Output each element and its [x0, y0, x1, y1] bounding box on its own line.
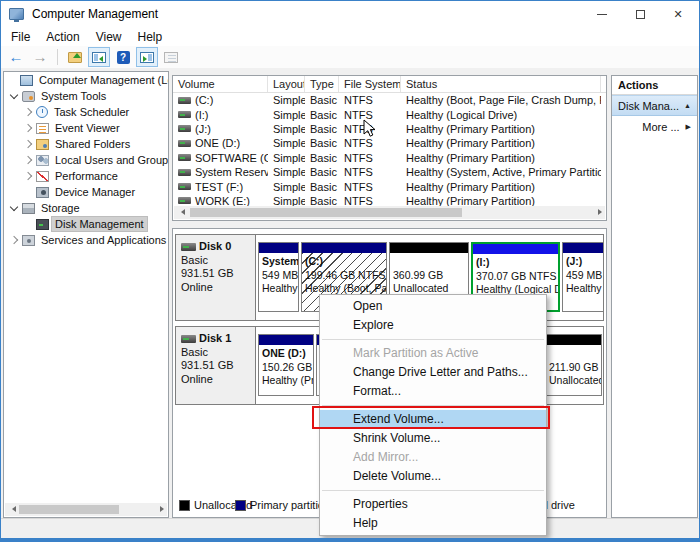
action-label: More ... — [642, 121, 679, 133]
tree-item-label: Event Viewer — [52, 121, 123, 135]
partition-unallocated[interactable]: 211.90 GBUnallocated — [545, 334, 602, 396]
chevron-collapsed-icon[interactable] — [23, 123, 33, 133]
volume-name-cell: TEST (F:) — [173, 181, 268, 193]
partition-j[interactable]: (J:)459 MBHealthy (Primary Partition) — [562, 242, 603, 312]
chevron-collapsed-icon[interactable] — [9, 235, 19, 245]
tree-item-disk-management[interactable]: Disk Management — [4, 216, 168, 232]
menu-item-properties[interactable]: Properties — [320, 495, 546, 514]
tree-item-storage[interactable]: Storage — [4, 200, 168, 216]
toolbar — [1, 46, 699, 68]
menu-item-shrink-volume[interactable]: Shrink Volume... — [320, 429, 546, 448]
scroll-thumb[interactable] — [190, 208, 462, 217]
volume-row-one-d[interactable]: ONE (D:)SimpleBasicNTFSHealthy (Primary … — [173, 136, 606, 150]
volume-file-system-cell: NTFS — [339, 181, 401, 193]
volume-row-j[interactable]: (J:)SimpleBasicNTFSHealthy (Primary Part… — [173, 122, 606, 136]
chevron-expanded-icon[interactable] — [9, 91, 19, 101]
column-header-type[interactable]: Type — [305, 76, 339, 92]
tree-item-event-viewer[interactable]: Event Viewer — [4, 120, 168, 136]
chevron-expanded-icon[interactable] — [9, 203, 19, 213]
volume-icon — [178, 183, 191, 190]
action-more[interactable]: More ...▶ — [612, 116, 697, 137]
storage-icon — [22, 203, 35, 214]
forward-icon — [33, 48, 48, 66]
tree-item-computer-management-local[interactable]: Computer Management (Local) — [4, 72, 168, 88]
volume-label: SOFTWARE (G:) — [195, 152, 268, 164]
column-header-status[interactable]: Status — [401, 76, 601, 92]
menu-item-open[interactable]: Open — [320, 297, 546, 316]
volume-label: (C:) — [195, 94, 213, 106]
console-tree-panel: Computer Management (Local)System ToolsT… — [3, 71, 169, 518]
chevron-collapsed-icon[interactable] — [23, 155, 33, 165]
volume-row-system-reserved[interactable]: System ReservedSimpleBasicNTFSHealthy (S… — [173, 165, 606, 179]
column-header-volume[interactable]: Volume — [173, 76, 268, 92]
volume-icon — [178, 97, 191, 104]
partition-color-bar — [473, 244, 558, 254]
scroll-left-arrow[interactable] — [174, 206, 187, 219]
volume-status-cell: Healthy (System, Active, Primary Partiti… — [401, 166, 601, 178]
task-scheduler-icon — [36, 106, 48, 118]
disk-title: Disk 1 — [181, 332, 255, 346]
partition-label: ONE (D:)150.26 GBHealthy (Primary Partit… — [259, 345, 313, 395]
tree-item-services-and-applications[interactable]: Services and Applications — [4, 232, 168, 248]
back-button[interactable] — [5, 47, 27, 67]
scroll-thumb[interactable] — [19, 505, 119, 514]
menu-help[interactable]: Help — [130, 28, 171, 46]
menu-item-help[interactable]: Help — [320, 514, 546, 533]
maximize-button[interactable] — [621, 1, 659, 27]
partition-title: (J:) — [566, 255, 601, 269]
menu-item-delete-volume[interactable]: Delete Volume... — [320, 467, 546, 486]
menu-item-explore[interactable]: Explore — [320, 316, 546, 335]
tree-horizontal-scrollbar[interactable] — [5, 503, 167, 516]
disk-type: Basic — [181, 346, 255, 360]
partition-one-d[interactable]: ONE (D:)150.26 GBHealthy (Primary Partit… — [258, 334, 314, 396]
menu-item-format[interactable]: Format... — [320, 382, 546, 401]
partition-title — [393, 255, 466, 269]
volume-horizontal-scrollbar[interactable] — [174, 206, 605, 219]
arrow-right-icon: ▶ — [686, 123, 691, 131]
menu-item-change-drive-letter-and-paths[interactable]: Change Drive Letter and Paths... — [320, 363, 546, 382]
close-button[interactable]: ✕ — [659, 1, 697, 27]
toolbar-separator — [57, 49, 58, 65]
volume-layout-cell: Simple — [268, 152, 305, 164]
tree-item-local-users-and-groups[interactable]: Local Users and Groups — [4, 152, 168, 168]
tree-item-shared-folders[interactable]: Shared Folders — [4, 136, 168, 152]
tree-item-system-tools[interactable]: System Tools — [4, 88, 168, 104]
disk-info[interactable]: Disk 0Basic931.51 GBOnline — [176, 235, 256, 320]
menu-action[interactable]: Action — [38, 28, 87, 46]
computer-icon — [20, 75, 33, 86]
tree-item-performance[interactable]: Performance — [4, 168, 168, 184]
chevron-collapsed-icon[interactable] — [23, 171, 33, 181]
scroll-right-arrow[interactable] — [592, 206, 605, 219]
properties-button[interactable] — [160, 47, 182, 67]
volume-row-test-f[interactable]: TEST (F:)SimpleBasicNTFSHealthy (Primary… — [173, 179, 606, 193]
volume-label: TEST (F:) — [195, 181, 243, 193]
volume-row-i[interactable]: (I:)SimpleBasicNTFSHealthy (Logical Driv… — [173, 107, 606, 121]
volume-row-software-g[interactable]: SOFTWARE (G:)SimpleBasicNTFSHealthy (Pri… — [173, 151, 606, 165]
forward-button[interactable] — [29, 47, 51, 67]
volume-row-c[interactable]: (C:)SimpleBasicNTFSHealthy (Boot, Page F… — [173, 93, 606, 107]
partition-label: 211.90 GBUnallocated — [546, 345, 601, 395]
volume-status-cell: Healthy (Logical Drive) — [401, 109, 601, 121]
menu-view[interactable]: View — [88, 28, 130, 46]
action-disk-mana[interactable]: Disk Mana...▲ — [612, 95, 697, 116]
partition-size: 549 MB — [262, 269, 296, 283]
volume-type-cell: Basic — [305, 123, 339, 135]
scroll-right-arrow[interactable] — [154, 503, 167, 516]
menu-file[interactable]: File — [3, 28, 38, 46]
legend-swatch — [179, 500, 190, 511]
volume-icon — [178, 111, 191, 118]
help-button[interactable] — [112, 47, 134, 67]
minimize-button[interactable] — [583, 1, 621, 27]
show-console-tree-button[interactable] — [88, 47, 110, 67]
partition-system-reserved[interactable]: System Reserved549 MBHealthy (System, Ac… — [258, 242, 299, 312]
column-header-layout[interactable]: Layout — [268, 76, 305, 92]
up-one-level-button[interactable] — [64, 47, 86, 67]
chevron-collapsed-icon[interactable] — [23, 107, 33, 117]
tree-item-device-manager[interactable]: Device Manager — [4, 184, 168, 200]
chevron-collapsed-icon[interactable] — [23, 139, 33, 149]
column-header-file-system[interactable]: File System — [339, 76, 401, 92]
disk-info[interactable]: Disk 1Basic931.51 GBOnline — [176, 327, 256, 404]
show-action-pane-button[interactable] — [136, 47, 158, 67]
scroll-left-arrow[interactable] — [5, 503, 18, 516]
tree-item-task-scheduler[interactable]: Task Scheduler — [4, 104, 168, 120]
